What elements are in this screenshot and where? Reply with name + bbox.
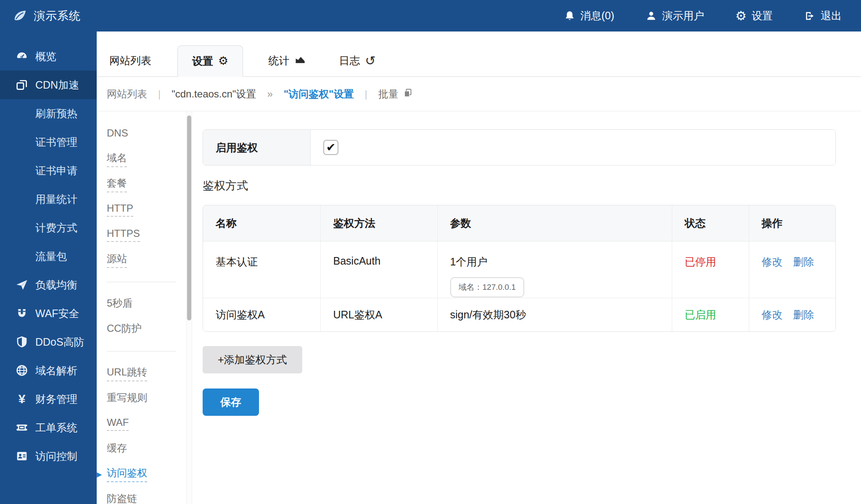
subnav-item-origin[interactable]: 源站 bbox=[107, 247, 186, 273]
params-summary: 1个用户 bbox=[450, 255, 672, 269]
messages-menu-item[interactable]: 消息(0) bbox=[564, 9, 615, 23]
user-icon bbox=[645, 10, 657, 22]
breadcrumb-site-list-link[interactable]: 网站列表 bbox=[107, 87, 147, 101]
save-button[interactable]: 保存 bbox=[203, 388, 259, 416]
caret-right-icon: ▶ bbox=[97, 470, 102, 478]
batch-action-link[interactable]: 批量 bbox=[378, 87, 413, 101]
subnav-group-rules: URL跳转 重写规则 WAF 缓存 ▶ 访问鉴权 防盗链 bbox=[107, 361, 186, 504]
sidebar-item-label: 流量包 bbox=[35, 249, 67, 263]
sidebar-item-access-control[interactable]: 访问控制 bbox=[0, 442, 97, 470]
sidebar-item-label: 工单系统 bbox=[35, 421, 77, 435]
column-header-status: 状态 bbox=[672, 205, 749, 241]
sidebar-item-overview[interactable]: 概览 bbox=[0, 42, 97, 71]
sidebar-item-ddos[interactable]: DDoS高防 bbox=[0, 328, 97, 356]
history-icon: ↺ bbox=[365, 55, 375, 67]
sidebar-item-tickets[interactable]: 工单系统 bbox=[0, 413, 97, 442]
id-card-icon bbox=[13, 449, 30, 463]
add-auth-method-button[interactable]: +添加鉴权方式 bbox=[203, 346, 302, 373]
breadcrumb-separator: | bbox=[365, 88, 367, 100]
sidebar-item-label: 访问控制 bbox=[35, 449, 77, 463]
column-header-name: 名称 bbox=[203, 205, 320, 241]
dashboard-icon bbox=[13, 50, 30, 63]
sidebar-item-dns-resolve[interactable]: 域名解析 bbox=[0, 356, 97, 385]
enable-auth-label: 启用鉴权 bbox=[203, 130, 311, 165]
status-badge: 已启用 bbox=[685, 309, 716, 320]
user-menu-item[interactable]: 演示用户 bbox=[645, 9, 704, 23]
logout-menu-item[interactable]: 退出 bbox=[804, 9, 842, 23]
sidebar-item-label: 负载均衡 bbox=[35, 278, 77, 292]
batch-label: 批量 bbox=[378, 87, 399, 101]
subnav-item-http[interactable]: HTTP bbox=[107, 197, 186, 222]
shield-icon bbox=[13, 335, 30, 349]
checkmark-icon: ✔ bbox=[326, 142, 336, 153]
sidebar-item-usage-stats[interactable]: 用量统计 bbox=[0, 185, 97, 213]
status-badge: 已停用 bbox=[685, 256, 716, 268]
sidebar-item-cert-apply[interactable]: 证书申请 bbox=[0, 156, 97, 185]
breadcrumb-current-page[interactable]: "访问鉴权"设置 bbox=[284, 87, 354, 101]
edit-link[interactable]: 修改 bbox=[762, 309, 783, 320]
breadcrumb-separator: | bbox=[158, 88, 161, 100]
yen-icon: ¥ bbox=[13, 393, 30, 405]
user-label: 演示用户 bbox=[662, 9, 704, 23]
delete-link[interactable]: 删除 bbox=[793, 256, 814, 268]
subnav-scrollbar-track[interactable] bbox=[186, 111, 192, 504]
tab-bar: 网站列表 设置 ⚙ 统计 日志 ↺ bbox=[97, 32, 861, 77]
column-header-actions: 操作 bbox=[749, 205, 835, 241]
sidebar-item-traffic-package[interactable]: 流量包 bbox=[0, 242, 97, 270]
sidebar-item-refresh-preheat[interactable]: 刷新预热 bbox=[0, 99, 97, 128]
auth-settings-panel: 启用鉴权 ✔ 鉴权方式 名称 bbox=[192, 111, 861, 504]
topbar: 演示系统 消息(0) 演示用户 ⚙ 设置 bbox=[0, 0, 861, 32]
sidebar-item-label: WAF安全 bbox=[35, 307, 79, 320]
chevron-right-icon: » bbox=[267, 88, 272, 100]
sidebar-item-label: DDoS高防 bbox=[35, 335, 85, 349]
sidebar-item-billing[interactable]: 计费方式 bbox=[0, 213, 97, 242]
paper-plane-icon bbox=[13, 278, 30, 291]
actions-cell: 修改 删除 bbox=[749, 298, 835, 331]
subnav-item-cache[interactable]: 缓存 bbox=[107, 436, 186, 462]
edit-link[interactable]: 修改 bbox=[762, 256, 783, 268]
tab-label: 设置 bbox=[192, 54, 213, 68]
tab-stats[interactable]: 统计 bbox=[266, 45, 309, 76]
sidebar-item-label: 域名解析 bbox=[35, 364, 77, 378]
delete-link[interactable]: 删除 bbox=[793, 309, 814, 320]
sidebar-item-load-balancer[interactable]: 负载均衡 bbox=[0, 270, 97, 299]
column-header-method: 鉴权方法 bbox=[320, 205, 437, 241]
subnav-item-dns[interactable]: DNS bbox=[107, 121, 186, 147]
enable-auth-checkbox[interactable]: ✔ bbox=[323, 140, 338, 155]
enable-auth-value: ✔ bbox=[311, 130, 835, 165]
sidebar-item-cdn[interactable]: CDN加速 bbox=[0, 71, 97, 99]
brand-home-link[interactable]: 演示系统 bbox=[0, 8, 81, 24]
page: 演示系统 消息(0) 演示用户 ⚙ 设置 bbox=[0, 0, 861, 504]
subnav-item-5s-shield[interactable]: 5秒盾 bbox=[107, 291, 186, 317]
tab-settings[interactable]: 设置 ⚙ bbox=[177, 45, 243, 77]
brand-label: 演示系统 bbox=[34, 8, 81, 24]
sidebar-item-label: 计费方式 bbox=[35, 221, 77, 235]
breadcrumb-site-settings-link[interactable]: "cdn.teaos.cn"设置 bbox=[172, 87, 256, 101]
tab-logs[interactable]: 日志 ↺ bbox=[336, 45, 378, 76]
clone-icon bbox=[13, 78, 30, 92]
settings-label: 设置 bbox=[752, 9, 773, 23]
subnav-item-hotlink-protect[interactable]: 防盗链 bbox=[107, 487, 186, 504]
subnav-item-https[interactable]: HTTPS bbox=[107, 222, 186, 247]
gear-icon: ⚙ bbox=[218, 55, 228, 67]
sidebar-item-finance[interactable]: ¥ 财务管理 bbox=[0, 385, 97, 413]
sidebar-item-label: 财务管理 bbox=[35, 392, 77, 406]
enable-auth-row: 启用鉴权 ✔ bbox=[203, 129, 836, 165]
subnav-divider bbox=[107, 282, 176, 282]
tab-site-list[interactable]: 网站列表 bbox=[107, 45, 154, 76]
sidebar-item-cert-manage[interactable]: 证书管理 bbox=[0, 128, 97, 156]
content: 网站列表 设置 ⚙ 统计 日志 ↺ 网站列表 bbox=[97, 32, 861, 504]
subnav-item-cc-protect[interactable]: CC防护 bbox=[107, 317, 186, 342]
actions-cell: 修改 删除 bbox=[749, 241, 835, 298]
status-cell: 已启用 bbox=[672, 298, 749, 331]
subnav-item-access-auth[interactable]: ▶ 访问鉴权 bbox=[107, 462, 186, 487]
tab-label: 网站列表 bbox=[109, 54, 151, 68]
subnav-item-url-redirect[interactable]: URL跳转 bbox=[107, 361, 186, 386]
sidebar-item-waf[interactable]: WAF安全 bbox=[0, 299, 97, 328]
subnav-scrollbar-thumb[interactable] bbox=[187, 116, 191, 320]
settings-menu-item[interactable]: ⚙ 设置 bbox=[735, 9, 773, 23]
subnav-item-plan[interactable]: 套餐 bbox=[107, 172, 186, 197]
subnav-item-domains[interactable]: 域名 bbox=[107, 147, 186, 172]
subnav-item-rewrite-rules[interactable]: 重写规则 bbox=[107, 386, 186, 411]
subnav-item-waf[interactable]: WAF bbox=[107, 411, 186, 436]
